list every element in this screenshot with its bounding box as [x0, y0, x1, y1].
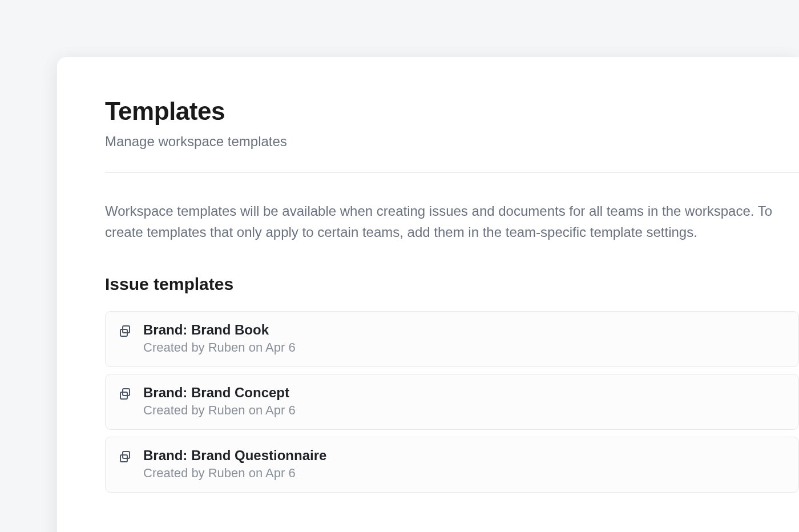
header-divider: [105, 172, 799, 173]
page-subtitle: Manage workspace templates: [105, 134, 799, 150]
template-item-brand-book[interactable]: Brand: Brand Book Created by Ruben on Ap…: [105, 311, 799, 367]
page-title: Templates: [105, 97, 799, 126]
template-icon: [118, 387, 132, 401]
templates-description: Workspace templates will be available wh…: [105, 200, 799, 243]
template-icon: [118, 450, 132, 464]
template-name: Brand: Brand Questionnaire: [143, 448, 326, 464]
issue-templates-heading: Issue templates: [105, 275, 799, 294]
template-meta: Created by Ruben on Apr 6: [143, 340, 296, 355]
template-item-brand-questionnaire[interactable]: Brand: Brand Questionnaire Created by Ru…: [105, 437, 799, 493]
template-name: Brand: Brand Book: [143, 322, 296, 338]
template-meta: Created by Ruben on Apr 6: [143, 403, 296, 418]
template-text: Brand: Brand Book Created by Ruben on Ap…: [143, 322, 296, 355]
template-meta: Created by Ruben on Apr 6: [143, 466, 326, 481]
issue-templates-list: Brand: Brand Book Created by Ruben on Ap…: [105, 311, 799, 493]
template-item-brand-concept[interactable]: Brand: Brand Concept Created by Ruben on…: [105, 374, 799, 430]
templates-card: Templates Manage workspace templates Wor…: [57, 57, 799, 532]
template-icon: [118, 324, 132, 338]
template-name: Brand: Brand Concept: [143, 385, 296, 401]
template-text: Brand: Brand Concept Created by Ruben on…: [143, 385, 296, 418]
template-text: Brand: Brand Questionnaire Created by Ru…: [143, 448, 326, 481]
